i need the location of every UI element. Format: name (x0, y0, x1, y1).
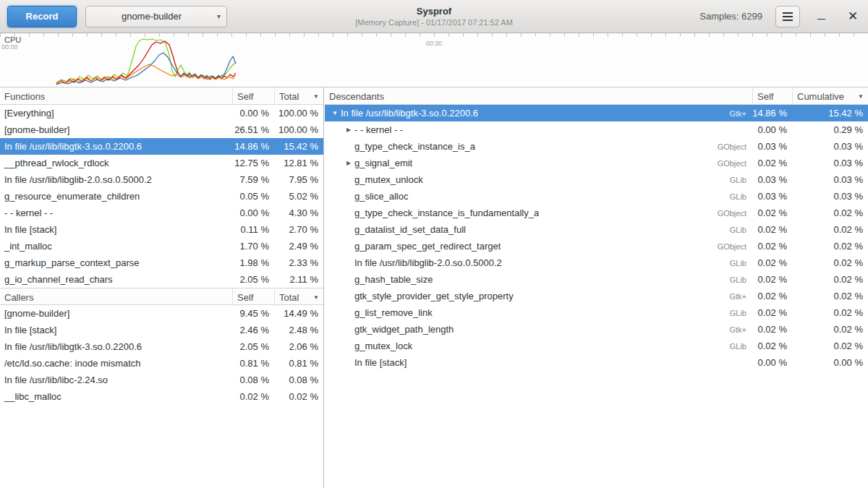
tree-indent (329, 246, 343, 247)
function-name: gtk_widget_path_length (354, 324, 454, 335)
cumulative-column-label: Cumulative (797, 91, 844, 102)
descendant-name-cell: ▶- - kernel - - (325, 124, 752, 135)
category-label: Gtk+ (729, 325, 752, 334)
table-row[interactable]: g_resource_enumerate_children0.05 %5.02 … (0, 188, 323, 205)
function-name: _int_malloc (0, 241, 232, 252)
function-name: In file /usr/lib/libglib-2.0.so.0.5000.2 (354, 257, 502, 268)
table-row[interactable]: In file /usr/lib/libc-2.24.so0.08 %0.08 … (0, 372, 323, 388)
tree-indent (329, 229, 343, 230)
minimize-button[interactable] (813, 9, 829, 25)
menu-button[interactable] (775, 6, 800, 27)
table-row[interactable]: - - kernel - -0.00 %4.30 % (0, 205, 323, 221)
function-name: - - kernel - - (354, 124, 403, 135)
function-name: g_type_check_instance_is_fundamentally_a (354, 207, 539, 218)
function-name: In file /usr/lib/libgtk-3.so.0.2200.6 (0, 141, 232, 152)
table-row[interactable]: __pthread_rwlock_rdlock12.75 %12.81 % (0, 155, 323, 171)
table-row[interactable]: In file [stack]2.46 %2.48 % (0, 322, 323, 338)
total-value: 100.00 % (274, 108, 323, 119)
table-row[interactable]: g_datalist_id_set_data_fullGLib0.02 %0.0… (325, 221, 868, 238)
descendants-column-header[interactable]: Descendants (325, 87, 752, 105)
self-value: 0.03 % (752, 191, 792, 202)
cumulative-value: 0.02 % (792, 224, 868, 235)
total-value: 4.30 % (274, 207, 323, 218)
table-row[interactable]: g_type_check_instance_is_aGObject0.03 %0… (325, 138, 868, 155)
collapse-icon[interactable]: ▼ (329, 110, 341, 116)
self-column-header[interactable]: Self (232, 87, 274, 105)
profile-panels: Functions Self Total ▼ [Everything]0.00 … (0, 87, 868, 488)
cumulative-value: 15.42 % (792, 108, 868, 119)
table-row[interactable]: In file /usr/lib/libglib-2.0.so.0.5000.2… (0, 171, 323, 188)
table-row[interactable]: [gnome-builder]9.45 %14.49 % (0, 305, 323, 322)
category-label: GLib (730, 309, 752, 317)
total-value: 2.49 % (274, 241, 323, 252)
functions-table: [Everything]0.00 %100.00 %[gnome-builder… (0, 105, 323, 288)
table-row[interactable]: g_list_remove_linkGLib0.02 %0.02 % (325, 304, 868, 321)
table-row[interactable]: g_hash_table_sizeGLib0.02 %0.02 % (325, 271, 868, 288)
table-row[interactable]: In file /usr/lib/libglib-2.0.so.0.5000.2… (325, 254, 868, 271)
table-row[interactable]: In file /usr/lib/libgtk-3.so.0.2200.614.… (0, 138, 323, 155)
function-name: g_io_channel_read_chars (0, 274, 232, 285)
table-row[interactable]: [Everything]0.00 %100.00 % (0, 105, 323, 121)
table-row[interactable]: /etc/ld.so.cache: inode mismatch0.81 %0.… (0, 355, 323, 372)
process-selector-dropdown[interactable]: gnome-builder ▾ (85, 6, 227, 27)
total-value: 14.49 % (274, 308, 323, 319)
table-row[interactable]: g_param_spec_get_redirect_targetGObject0… (325, 238, 868, 254)
table-row[interactable]: [gnome-builder]26.51 %100.00 % (0, 121, 323, 138)
cumulative-value: 0.29 % (792, 124, 868, 135)
table-row[interactable]: g_markup_parse_context_parse1.98 %2.33 % (0, 254, 323, 271)
table-row[interactable]: g_mutex_unlockGLib0.03 %0.03 % (325, 171, 868, 188)
table-row[interactable]: In file /usr/lib/libgtk-3.so.0.2200.62.0… (0, 338, 323, 355)
self-column-header[interactable]: Self (232, 288, 274, 306)
callers-column-header[interactable]: Callers (0, 288, 232, 306)
function-name: In file /usr/lib/libgtk-3.so.0.2200.6 (341, 108, 478, 119)
table-row[interactable]: g_mutex_lockGLib0.02 %0.02 % (325, 338, 868, 354)
cumulative-value: 0.02 % (792, 207, 868, 218)
self-value: 0.02 % (752, 224, 792, 235)
table-row[interactable]: g_type_check_instance_is_fundamentally_a… (325, 205, 868, 221)
table-row[interactable]: In file [stack]0.11 %2.70 % (0, 221, 323, 238)
close-button[interactable]: ✕ (845, 9, 861, 25)
table-row[interactable]: ▶- - kernel - -0.00 %0.29 % (325, 121, 868, 138)
category-label: GObject (718, 242, 752, 251)
function-name: __pthread_rwlock_rdlock (0, 158, 232, 168)
table-row[interactable]: ▶g_signal_emitGObject0.02 %0.03 % (325, 155, 868, 171)
category-label: Gtk+ (729, 292, 752, 301)
table-row[interactable]: _int_malloc1.70 %2.49 % (0, 238, 323, 254)
table-row[interactable]: g_slice_allocGLib0.03 %0.03 % (325, 188, 868, 205)
function-name: In file [stack] (354, 357, 407, 368)
self-column-header[interactable]: Self (752, 87, 792, 105)
category-label: GLib (730, 275, 752, 284)
self-value: 1.98 % (232, 257, 274, 268)
functions-column-header[interactable]: Functions (0, 87, 232, 105)
table-row[interactable]: gtk_widget_path_lengthGtk+0.02 %0.02 % (325, 321, 868, 338)
record-button[interactable]: Record (7, 6, 77, 27)
expand-icon[interactable]: ▶ (343, 127, 354, 133)
function-name: __libc_malloc (0, 391, 232, 402)
category-label: GLib (730, 176, 752, 184)
function-name: In file [stack] (0, 325, 232, 335)
sort-arrow-icon: ▼ (858, 93, 864, 100)
cpu-timeline[interactable]: CPU 00:00 00:30 (0, 33, 868, 87)
self-value: 0.00 % (752, 124, 792, 135)
table-row[interactable]: In file [stack]0.00 %0.00 % (325, 354, 868, 371)
table-row[interactable]: __libc_malloc0.02 %0.02 % (0, 388, 323, 405)
table-row[interactable]: g_io_channel_read_chars2.05 %2.11 % (0, 271, 323, 288)
expand-icon[interactable]: ▶ (343, 160, 354, 166)
self-value: 2.46 % (232, 325, 274, 335)
cumulative-value: 0.03 % (792, 141, 868, 152)
total-column-header[interactable]: Total ▼ (274, 87, 323, 105)
table-row[interactable]: gtk_style_provider_get_style_propertyGtk… (325, 288, 868, 304)
function-name: g_slice_alloc (354, 191, 408, 202)
total-column-header[interactable]: Total ▼ (274, 288, 323, 306)
function-name: In file /usr/lib/libglib-2.0.so.0.5000.2 (0, 174, 232, 185)
tree-indent (329, 312, 343, 313)
self-value: 0.02 % (752, 324, 792, 335)
cumulative-column-header[interactable]: Cumulative ▼ (792, 87, 868, 105)
function-name: g_datalist_id_set_data_full (354, 224, 466, 235)
total-value: 15.42 % (274, 141, 323, 152)
function-name: g_signal_emit (354, 158, 412, 168)
timeline-start-time: 00:00 (1, 43, 18, 51)
functions-table-header: Functions Self Total ▼ (0, 87, 323, 105)
self-value: 0.00 % (232, 108, 274, 119)
table-row[interactable]: ▼In file /usr/lib/libgtk-3.so.0.2200.6Gt… (325, 105, 868, 121)
